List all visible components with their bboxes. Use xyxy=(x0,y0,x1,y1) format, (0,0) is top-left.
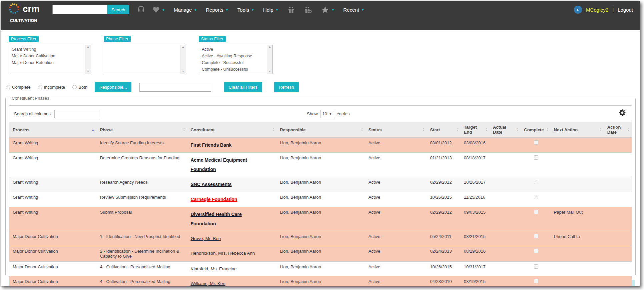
status-cell: Active xyxy=(365,177,427,192)
username-link[interactable]: MCogley2 xyxy=(586,7,609,13)
scroll-down-icon[interactable]: ▼ xyxy=(87,70,89,73)
scroll-down-icon[interactable]: ▼ xyxy=(182,70,184,73)
radio-icon[interactable] xyxy=(72,85,77,89)
table-row[interactable]: Grant WritingDetermine Grantors Reasons … xyxy=(9,153,632,177)
constituent-link[interactable]: Diversified Health Care Foundation xyxy=(190,210,262,228)
favorites-star-menu[interactable]: ▼ xyxy=(321,6,335,13)
column-header-label: Status xyxy=(369,127,382,132)
constituent-link[interactable]: Hendrickson, Mrs. Rebecca Ann xyxy=(190,249,255,258)
complete-checkbox[interactable] xyxy=(534,180,538,184)
complete-checkbox[interactable] xyxy=(534,195,538,199)
scroll-up-icon[interactable]: ▲ xyxy=(268,46,271,48)
table-row[interactable]: Major Donor Cultivation4 - Cultivation -… xyxy=(9,262,632,276)
phase-filter-listbox[interactable]: ▲ ▼ xyxy=(104,45,186,74)
column-header[interactable]: Next Action▲▼ xyxy=(551,122,604,138)
nav-manage[interactable]: Manage▼ xyxy=(174,7,197,13)
action-date-cell xyxy=(604,177,632,192)
table-row[interactable]: Grant WritingResearch Agency NeedsSNC As… xyxy=(9,177,632,192)
column-header[interactable]: Actual Date▲▼ xyxy=(490,122,521,138)
scroll-up-icon[interactable]: ▲ xyxy=(182,46,184,48)
nav-help[interactable]: Help▼ xyxy=(263,7,279,13)
complete-checkbox[interactable] xyxy=(534,140,538,145)
listbox-option[interactable]: Complete - Unsuccessful xyxy=(199,66,267,73)
listbox-option[interactable]: Complete - Successful xyxy=(199,59,267,66)
listbox-option[interactable]: Major Donor Cultivation xyxy=(9,53,85,59)
table-row[interactable]: Major Donor Cultivation2 - Identificatio… xyxy=(9,246,632,262)
headphones-icon[interactable] xyxy=(137,5,145,14)
column-header[interactable]: Target End▲▼ xyxy=(461,122,490,138)
listbox-option[interactable]: Active xyxy=(199,46,267,53)
nav-recent[interactable]: Recent▼ xyxy=(343,7,364,13)
constituent-link[interactable]: SNC Assessments xyxy=(190,180,231,189)
app-logo[interactable]: crm xyxy=(8,2,40,17)
page-length-select[interactable]: 10 ▼ xyxy=(320,110,335,118)
gift-icon[interactable] xyxy=(287,6,295,14)
listbox-scrollbar[interactable]: ▲ ▼ xyxy=(267,45,272,74)
nav-tools[interactable]: Tools▼ xyxy=(237,7,254,13)
logo-burst-icon xyxy=(8,2,21,17)
listbox-option[interactable]: On Hold - Suspended xyxy=(199,73,267,74)
column-header-label: Target End xyxy=(464,125,484,135)
column-header[interactable]: Start▲▼ xyxy=(427,122,460,138)
radio-icon[interactable] xyxy=(6,85,10,89)
action-date-cell xyxy=(604,246,632,262)
complete-checkbox[interactable] xyxy=(534,210,538,214)
gear-icon[interactable] xyxy=(619,109,626,117)
radio-both[interactable]: Both xyxy=(72,85,87,90)
process-filter-listbox[interactable]: Grant WritingMajor Donor CultivationMajo… xyxy=(9,45,91,74)
refresh-button[interactable]: Refresh xyxy=(274,82,299,92)
scroll-down-icon[interactable]: ▼ xyxy=(268,70,271,73)
responsible-input[interactable] xyxy=(139,83,211,92)
scroll-up-icon[interactable]: ▲ xyxy=(87,46,89,48)
constituent-link[interactable]: Klarsfeld, Ms. Francine xyxy=(190,264,236,273)
column-header[interactable]: Phase▲▼ xyxy=(97,122,187,138)
column-header[interactable]: Process▲ xyxy=(9,122,97,138)
complete-checkbox[interactable] xyxy=(534,155,538,160)
table-row[interactable]: Grant WritingSubmit ProposalDiversified … xyxy=(9,207,632,231)
column-header[interactable]: Action Date▲▼ xyxy=(604,122,632,138)
table-row[interactable]: Major Donor Cultivation1 - Identificatio… xyxy=(9,231,632,246)
table-row[interactable]: Grant WritingIdentify Source Funding Int… xyxy=(9,138,632,153)
radio-icon[interactable] xyxy=(38,85,42,89)
process-cell: Grant Writing xyxy=(9,153,97,177)
listbox-scrollbar[interactable]: ▲ ▼ xyxy=(85,45,91,74)
constituent-link[interactable]: Acme Medical Equipment Foundation xyxy=(190,155,262,174)
complete-checkbox[interactable] xyxy=(534,249,538,253)
column-header[interactable]: Constituent▲▼ xyxy=(187,122,276,138)
constituent-link[interactable]: Williams, Mr. Ken xyxy=(190,279,225,286)
radio-complete[interactable]: Complete xyxy=(6,85,31,90)
complete-checkbox[interactable] xyxy=(534,264,538,269)
constituent-link[interactable]: Grove, Mr. Ben xyxy=(190,234,221,243)
filters-section: Process Filter Grant WritingMajor Donor … xyxy=(1,30,640,74)
column-header-label: Constituent xyxy=(190,127,214,132)
logout-link[interactable]: Logout xyxy=(618,7,633,13)
complete-checkbox[interactable] xyxy=(534,279,538,283)
listbox-option[interactable]: Active - Awaiting Response xyxy=(199,53,267,59)
table-row[interactable]: Grant WritingReview Submission Requireme… xyxy=(9,192,632,207)
column-header[interactable]: Status▲▼ xyxy=(365,122,427,138)
clear-filters-button[interactable]: Clear all Filters xyxy=(224,82,262,92)
user-avatar-icon[interactable] xyxy=(574,6,582,14)
global-search-input[interactable] xyxy=(52,5,107,14)
listbox-option[interactable]: Major Donor Retention xyxy=(9,59,85,66)
global-search-button[interactable]: Search xyxy=(107,5,129,14)
favorites-heart-menu[interactable]: ▼ xyxy=(152,6,165,13)
complete-checkbox[interactable] xyxy=(534,234,538,238)
show-label: Show xyxy=(307,111,318,116)
column-header[interactable]: Responsible▲▼ xyxy=(276,122,365,138)
status-filter-listbox[interactable]: ActiveActive - Awaiting ResponseComplete… xyxy=(199,45,273,74)
status-cell: Active xyxy=(365,192,427,207)
nav-reports[interactable]: Reports▼ xyxy=(206,7,228,13)
listbox-scrollbar[interactable]: ▲ ▼ xyxy=(180,45,186,74)
table-panel: Search all columns: Show 10 ▼ entries xyxy=(9,105,632,286)
action-date-cell xyxy=(604,138,632,153)
search-columns-input[interactable] xyxy=(54,110,101,118)
listbox-option[interactable]: Grant Writing xyxy=(9,46,85,53)
responsible-button[interactable]: Responsible... xyxy=(95,82,131,92)
constituent-link[interactable]: First Friends Bank xyxy=(190,140,231,150)
gift-add-icon[interactable] xyxy=(304,6,312,14)
constituent-link[interactable]: Carnegie Foundation xyxy=(190,195,237,204)
column-header[interactable]: Complete▲▼ xyxy=(521,122,550,138)
table-row[interactable]: Major Donor Cultivation4 - Cultivation -… xyxy=(9,276,632,286)
radio-incomplete[interactable]: Incomplete xyxy=(38,85,65,90)
